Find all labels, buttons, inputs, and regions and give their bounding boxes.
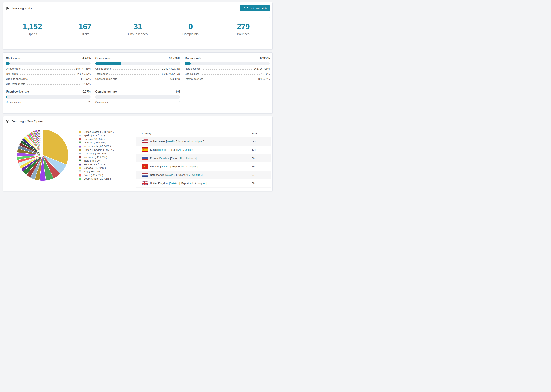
legend-item-france[interactable]: France ( 42 / 2% ) bbox=[79, 162, 126, 166]
export-unique-link[interactable]: Unique › bbox=[185, 148, 195, 151]
table-row-spain: Spain [Details ›] [Export: All › / Uniqu… bbox=[136, 146, 271, 154]
progress-bar-track bbox=[6, 62, 91, 65]
dotted-leader bbox=[112, 70, 161, 70]
progress-bar-fill bbox=[95, 62, 121, 65]
legend-item-russia[interactable]: Russia ( 86 / 5% ) bbox=[79, 137, 126, 141]
total-column-header: Total bbox=[252, 130, 271, 137]
stat-box-clicks: 167Clicks bbox=[59, 17, 111, 41]
legend-item-brazil[interactable]: Brazil ( 33 / 2% ) bbox=[79, 173, 126, 177]
legend-item-germany[interactable]: Germany ( 55 / 3% ) bbox=[79, 152, 126, 155]
export-all-link[interactable]: All › bbox=[190, 182, 194, 185]
stat-box-bounces: 279Bounces bbox=[217, 17, 269, 41]
rate-section-complaints-rate: Complaints rate0%Complaints0 bbox=[95, 90, 180, 104]
rate-detail-label: Complaints bbox=[95, 101, 108, 104]
legend-item-south-africa[interactable]: South Africa ( 29 / 2% ) bbox=[79, 177, 126, 181]
rate-title: Clicks rate bbox=[6, 57, 20, 60]
stat-box-opens: 1,152Opens bbox=[6, 17, 59, 41]
table-row-vietnam: Vietnam [Details ›] [Export: All › / Uni… bbox=[136, 162, 271, 171]
stat-box-unsubscribes: 31Unsubscribes bbox=[111, 17, 164, 41]
export-basic-stats-button[interactable]: Export basic stats bbox=[240, 5, 269, 11]
export-all-link[interactable]: All › bbox=[187, 140, 192, 143]
legend-label: United Kingdom ( 59 / 3% ) bbox=[84, 148, 115, 152]
country-cell: United Kingdom [Details ›] [Export: All … bbox=[142, 179, 251, 187]
total-cell: 121 bbox=[252, 146, 271, 154]
legend-item-united-kingdom[interactable]: United Kingdom ( 59 / 3% ) bbox=[79, 148, 126, 152]
legend-item-india[interactable]: India ( 46 / 3% ) bbox=[79, 159, 126, 162]
stat-label: Bounces bbox=[237, 32, 249, 36]
rate-detail-row: Internal bounces19 / 6.81% bbox=[185, 77, 270, 81]
export-icon bbox=[242, 7, 245, 10]
rate-detail-row: Complaints0 bbox=[95, 101, 180, 104]
legend-swatch-icon bbox=[79, 138, 81, 140]
legend-item-italy[interactable]: Italy ( 36 / 2% ) bbox=[79, 170, 126, 173]
country-links: Russia [Details ›] [Export: All › / Uniq… bbox=[150, 157, 197, 160]
legend-item-united-states[interactable]: United States ( 541 / 31% ) bbox=[79, 130, 126, 134]
legend-label: India ( 46 / 3% ) bbox=[84, 159, 102, 162]
dotted-leader bbox=[109, 74, 161, 75]
rate-detail-row: Hard bounces242 / 86.738% bbox=[185, 67, 270, 70]
details-link[interactable]: Details › bbox=[167, 140, 176, 143]
details-link[interactable]: Details › bbox=[161, 165, 170, 168]
flag-es-icon bbox=[142, 147, 148, 152]
export-unique-link[interactable]: Unique › bbox=[192, 173, 202, 176]
details-link[interactable]: Details › bbox=[158, 148, 168, 151]
progress-bar-fill bbox=[6, 95, 7, 99]
details-link[interactable]: Details › bbox=[159, 157, 169, 160]
export-unique-link[interactable]: Unique › bbox=[194, 140, 204, 143]
total-cell: 79 bbox=[252, 162, 271, 171]
rate-value: 0.77% bbox=[83, 90, 91, 93]
country-links: Spain [Details ›] [Export: All › / Uniqu… bbox=[150, 148, 195, 151]
flag-ru-icon bbox=[142, 156, 148, 160]
legend-item-spain[interactable]: Spain ( 121 / 7% ) bbox=[79, 134, 126, 137]
stat-value: 0 bbox=[188, 22, 193, 30]
flag-gb-icon bbox=[142, 181, 148, 185]
country-links: Netherlands [Details ›] [Export: All › /… bbox=[150, 173, 203, 176]
legend-swatch-icon bbox=[79, 170, 81, 173]
page-title: Tracking stats bbox=[11, 6, 32, 10]
export-unique-link[interactable]: Unique › bbox=[188, 165, 198, 168]
dotted-leader bbox=[205, 79, 257, 80]
export-button-label: Export basic stats bbox=[247, 7, 267, 10]
geo-content: United States ( 541 / 31% )Spain ( 121 /… bbox=[3, 126, 272, 191]
legend-item-vietnam[interactable]: Vietnam ( 79 / 5% ) bbox=[79, 141, 126, 145]
geo-opens-pie-chart[interactable] bbox=[17, 129, 69, 181]
legend-label: Netherlands ( 67 / 4% ) bbox=[84, 145, 111, 148]
rate-detail-row: Click through rate4.147% bbox=[6, 83, 91, 86]
export-unique-link[interactable]: Unique › bbox=[186, 157, 196, 160]
legend-item-canada[interactable]: Canada ( 40 / 2% ) bbox=[79, 166, 126, 170]
dotted-leader bbox=[202, 70, 253, 70]
progress-bar-fill bbox=[6, 62, 10, 65]
country-cell: Spain [Details ›] [Export: All › / Uniqu… bbox=[142, 146, 251, 154]
legend-swatch-icon bbox=[79, 131, 81, 133]
geo-opens-header: Campaign Geo Opens bbox=[3, 117, 272, 126]
geo-opens-title-wrap: Campaign Geo Opens bbox=[6, 119, 44, 123]
export-all-link[interactable]: All › bbox=[181, 165, 185, 168]
rate-detail-label: Internal bounces bbox=[185, 77, 203, 81]
tracking-stats-card: Tracking stats Export basic stats 1,152O… bbox=[3, 2, 273, 49]
export-all-link[interactable]: All › bbox=[186, 173, 190, 176]
dotted-leader bbox=[118, 79, 169, 80]
dotted-leader bbox=[19, 74, 76, 75]
export-all-link[interactable]: All › bbox=[180, 157, 184, 160]
tracking-stats-title-wrap: Tracking stats bbox=[6, 6, 32, 10]
legend-swatch-icon bbox=[79, 177, 81, 180]
dotted-leader bbox=[109, 103, 178, 103]
stat-value: 167 bbox=[78, 22, 91, 30]
legend-item-romania[interactable]: Romania ( 49 / 3% ) bbox=[79, 155, 126, 159]
rate-detail-value: 167 / 4.456% bbox=[76, 67, 91, 70]
tracking-stats-header: Tracking stats Export basic stats bbox=[3, 2, 272, 14]
rate-detail-value: 4.147% bbox=[82, 83, 91, 86]
details-link[interactable]: Details › bbox=[170, 182, 179, 185]
rates-card: Clicks rate4.46%Unique clicks167 / 4.456… bbox=[3, 52, 273, 113]
legend-item-netherlands[interactable]: Netherlands ( 67 / 4% ) bbox=[79, 145, 126, 148]
details-link[interactable]: Details › bbox=[165, 173, 175, 176]
total-cell: 67 bbox=[252, 171, 271, 179]
export-unique-link[interactable]: Unique › bbox=[197, 182, 206, 185]
progress-bar-track bbox=[95, 95, 180, 99]
export-all-link[interactable]: All › bbox=[178, 148, 183, 151]
dotted-leader bbox=[29, 79, 80, 80]
rate-detail-label: Unsubscribes bbox=[6, 101, 21, 104]
legend-swatch-icon bbox=[79, 174, 81, 176]
dotted-leader bbox=[21, 70, 75, 70]
stat-value: 279 bbox=[237, 22, 250, 30]
